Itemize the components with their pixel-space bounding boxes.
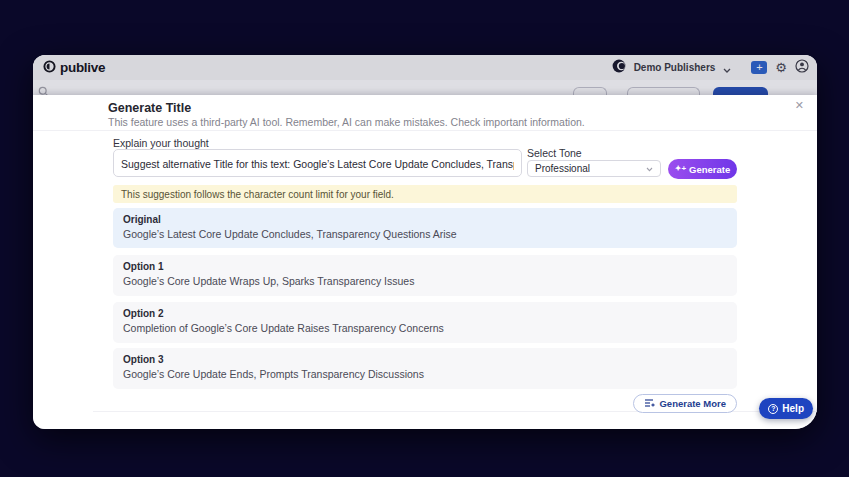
option-1-text: Google’s Core Update Wraps Up, Sparks Tr… [123, 275, 414, 287]
modal-title: Generate Title [108, 101, 191, 115]
help-label: Help [782, 403, 804, 414]
question-circle-icon: ? [768, 404, 778, 414]
tone-select[interactable]: Professional [527, 160, 661, 177]
character-limit-notice: This suggestion follows the character co… [113, 185, 737, 203]
app-window: publive Demo Publishers + ⚙ [33, 55, 817, 429]
option-3-label: Option 3 [123, 354, 164, 365]
modal-description: This feature uses a third-party AI tool.… [108, 116, 585, 128]
original-title-card: Original Google’s Latest Core Update Con… [113, 208, 737, 248]
generate-more-button[interactable]: Generate More [633, 394, 737, 413]
option-1-card[interactable]: Option 1 Google’s Core Update Wraps Up, … [113, 255, 737, 296]
sparkle-icon: ✦+ [675, 165, 686, 173]
generate-button[interactable]: ✦+ Generate [668, 159, 737, 179]
option-3-card[interactable]: Option 3 Google’s Core Update Ends, Prom… [113, 348, 737, 389]
option-2-text: Completion of Google’s Core Update Raise… [123, 322, 444, 334]
tone-select-label: Select Tone [527, 147, 582, 159]
generate-button-label: Generate [689, 164, 730, 175]
close-icon[interactable]: ✕ [795, 100, 804, 111]
original-text: Google’s Latest Core Update Concludes, T… [123, 228, 457, 240]
help-button[interactable]: ? Help [759, 398, 813, 419]
generate-title-modal: ✕ Generate Title This feature uses a thi… [33, 95, 817, 429]
option-2-card[interactable]: Option 2 Completion of Google’s Core Upd… [113, 302, 737, 343]
generate-more-label: Generate More [659, 398, 726, 409]
list-plus-icon [644, 398, 655, 410]
thought-input[interactable] [113, 149, 522, 177]
tone-select-value: Professional [535, 163, 590, 174]
thought-input-label: Explain your thought [113, 137, 209, 149]
option-2-label: Option 2 [123, 308, 164, 319]
original-label: Original [123, 214, 161, 225]
option-1-label: Option 1 [123, 261, 164, 272]
chevron-down-icon [646, 163, 653, 174]
option-3-text: Google’s Core Update Ends, Prompts Trans… [123, 368, 424, 380]
